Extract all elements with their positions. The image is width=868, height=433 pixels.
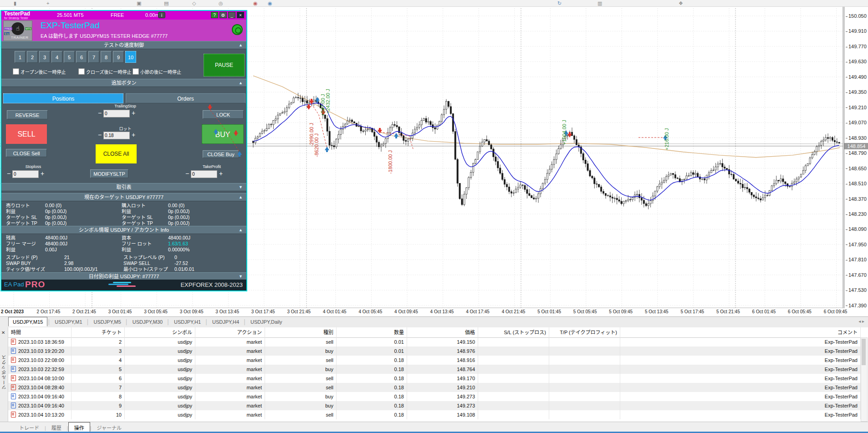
chart-tab-USDJPY-M30[interactable]: USDJPY,M30: [128, 317, 167, 326]
lock-button[interactable]: LOCK: [203, 110, 244, 119]
table-scrollbar[interactable]: [861, 337, 868, 422]
close-buy-button[interactable]: CLOSE Buy: [203, 150, 239, 158]
pause-button[interactable]: PAUSE: [204, 54, 245, 76]
speed-button-7[interactable]: 7: [88, 51, 99, 63]
section-current-target[interactable]: 現在のターゲット USDJPY #77777 ▲: [1, 193, 246, 201]
crosshair-icon[interactable]: +: [46, 0, 49, 6]
ea-power-icon[interactable]: [232, 24, 243, 35]
lot-plus[interactable]: +: [132, 131, 135, 138]
stoploss-plus[interactable]: +: [41, 170, 44, 177]
column-header-7[interactable]: S/L (ストップロス): [478, 327, 549, 337]
takeprofit-minus[interactable]: −: [185, 170, 189, 177]
column-header-5[interactable]: 数量: [337, 327, 407, 337]
buy-button[interactable]: BUY: [202, 124, 244, 144]
takeprofit-plus[interactable]: +: [219, 170, 223, 177]
column-header-4[interactable]: 種別: [265, 327, 337, 337]
section-symbol-info[interactable]: シンボル情報 USDJPY / アカウント Info ▲: [1, 226, 246, 234]
chart-tab-USDJPY-M1[interactable]: USDJPY,M1: [51, 317, 86, 326]
trailing-stop-input[interactable]: [103, 110, 130, 117]
collapse-icon[interactable]: ▲: [239, 194, 243, 201]
lot-minus[interactable]: −: [98, 131, 102, 138]
collapse-icon[interactable]: ▼: [239, 273, 243, 280]
tab-positions[interactable]: Positions: [3, 93, 123, 103]
toolbox-tab-3[interactable]: ジャーナル: [92, 423, 127, 433]
layout-icon[interactable]: ❖: [679, 0, 683, 6]
column-header-8[interactable]: T/P (テイクプロフィット): [549, 327, 620, 337]
trailing-stop-minus[interactable]: −: [98, 109, 102, 117]
section-extra-buttons[interactable]: 追加ボタン ▲: [1, 79, 246, 87]
speed-button-2[interactable]: 2: [27, 51, 38, 63]
toolbox-tab-1[interactable]: 履歴: [46, 423, 67, 433]
collapse-icon[interactable]: ▼: [239, 183, 243, 191]
section-trade-table[interactable]: 取引表 ▼: [1, 183, 246, 191]
takeprofit-input[interactable]: [191, 170, 217, 178]
zoom-in-icon[interactable]: ◉: [253, 0, 258, 6]
speed-button-10[interactable]: 10: [125, 51, 136, 63]
sell-button[interactable]: SELL: [6, 124, 47, 144]
pause-checkbox-1[interactable]: [78, 68, 85, 75]
tab-scroll-arrows[interactable]: ◂ ▸: [858, 319, 864, 324]
chart-tab-USDJPY-Daily[interactable]: USDJPY,Daily: [246, 317, 286, 326]
table-row[interactable]: 2023.10.04 09:16:409usdjpymarketbuy0.181…: [8, 401, 861, 410]
indicator-icon[interactable]: ◎: [219, 0, 223, 6]
table-row[interactable]: 2023.10.03 22:32:595usdjpymarketbuy0.181…: [8, 365, 861, 374]
chart-tab-USDJPY-H4[interactable]: USDJPY,H4: [208, 317, 243, 326]
speed-button-4[interactable]: 4: [51, 51, 62, 63]
tools-icon[interactable]: ⚙: [220, 12, 227, 18]
table-row[interactable]: 2023.10.04 08:10:006usdjpymarketsell0.18…: [8, 374, 861, 383]
speed-button-8[interactable]: 8: [101, 51, 112, 63]
table-row[interactable]: 2023.10.03 19:20:203usdjpymarketbuy0.011…: [8, 346, 861, 356]
column-header-2[interactable]: シンボル: [125, 327, 195, 337]
panel-titlebar[interactable]: TesterPad for Strategy Tester 25.501 MT5…: [1, 11, 246, 20]
shapes-icon[interactable]: ▤: [164, 0, 168, 6]
minimize-icon[interactable]: _: [228, 12, 235, 18]
lot-input[interactable]: [103, 132, 130, 139]
time-tick: 6 Oct 05:45: [788, 309, 812, 314]
toolbox-tab-0[interactable]: トレード: [14, 423, 45, 433]
close-icon[interactable]: ×: [237, 12, 244, 18]
collapse-icon[interactable]: ▲: [239, 41, 243, 49]
speed-button-6[interactable]: 6: [76, 51, 87, 63]
column-header-9[interactable]: コメント: [620, 327, 861, 337]
stoploss-minus[interactable]: −: [7, 170, 10, 177]
section-speed-control[interactable]: テストの速度制御 ▲: [1, 41, 246, 49]
column-header-3[interactable]: アクション: [195, 327, 265, 337]
table-row[interactable]: 2023.10.03 18:36:592usdjpymarketsell0.01…: [8, 337, 861, 346]
speed-button-9[interactable]: 9: [113, 51, 124, 63]
table-row[interactable]: 2023.10.03 22:08:004usdjpymarketsell0.18…: [8, 356, 861, 365]
close-icon[interactable]: ✕: [1, 330, 5, 335]
help-icon[interactable]: ?: [211, 12, 218, 18]
grid-icon[interactable]: ▥: [597, 0, 602, 6]
trailing-stop-plus[interactable]: +: [132, 109, 135, 117]
speed-button-5[interactable]: 5: [64, 51, 75, 63]
chart-tab-USDJPY-H1[interactable]: USDJPY,H1: [170, 317, 205, 326]
collapse-icon[interactable]: ▲: [239, 79, 243, 87]
scrollbar-thumb[interactable]: [862, 339, 866, 365]
zoom-out-icon[interactable]: ◉: [268, 0, 272, 6]
column-header-6[interactable]: 価格: [407, 327, 478, 337]
table-row[interactable]: 2023.10.04 09:16:408usdjpymarketbuy0.181…: [8, 392, 861, 401]
column-header-0[interactable]: 時間: [8, 327, 71, 337]
column-header-1[interactable]: チケット: [71, 327, 125, 337]
stoploss-input[interactable]: [12, 170, 39, 178]
tab-orders[interactable]: Orders: [126, 93, 245, 103]
chart-tab-USDJPY-M15[interactable]: USDJPY,M15: [8, 317, 47, 326]
speed-button-3[interactable]: 3: [39, 51, 50, 63]
info-icon[interactable]: i: [158, 12, 165, 18]
collapse-icon[interactable]: ▲: [239, 226, 243, 234]
table-row[interactable]: 2023.10.04 10:13:2010usdjpymarketsell0.1…: [8, 410, 861, 419]
close-sell-button[interactable]: CLOSE Sell: [6, 149, 47, 157]
table-header[interactable]: 時間チケットシンボルアクション種別数量価格S/L (ストップロス)T/P (テイ…: [8, 327, 861, 338]
reverse-button[interactable]: REVERSE: [7, 110, 48, 119]
vline-tool-icon[interactable]: ▣: [137, 0, 141, 6]
chart-tab-USDJPY-M5[interactable]: USDJPY,M5: [90, 317, 125, 326]
table-row[interactable]: 2023.10.04 08:28:407usdjpymarketsell0.18…: [8, 383, 861, 392]
speed-button-1[interactable]: 1: [15, 51, 26, 63]
close-all-button[interactable]: CLOSE All: [96, 144, 137, 163]
text-tool-icon[interactable]: ◇: [192, 0, 196, 6]
refresh-icon[interactable]: ↻: [557, 0, 562, 6]
cursor-icon[interactable]: ▮: [14, 0, 16, 6]
pause-checkbox-2[interactable]: [133, 68, 139, 75]
modify-sltp-button[interactable]: MODIFYSLTP: [90, 169, 128, 178]
pause-checkbox-0[interactable]: [13, 68, 19, 75]
